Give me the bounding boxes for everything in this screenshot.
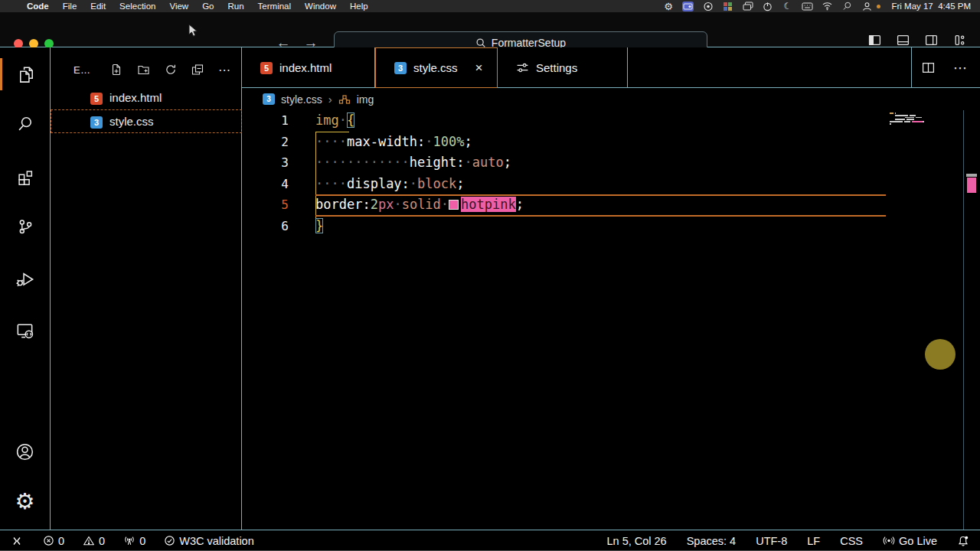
- code-line-6: }: [315, 216, 323, 237]
- status-encoding[interactable]: UTF-8: [756, 535, 787, 547]
- breadcrumb-file[interactable]: style.css: [281, 93, 322, 106]
- overview-ruler-border: [963, 110, 964, 530]
- code-editor[interactable]: 1img·{2····max-width:·100%;3············…: [242, 110, 980, 530]
- status-cursor-position[interactable]: Ln 5, Col 26: [606, 535, 666, 547]
- html-badge: 5: [90, 91, 103, 105]
- file-item-index-html[interactable]: 5index.html: [51, 86, 242, 109]
- split-editor-icon[interactable]: [922, 61, 935, 74]
- status-indentation[interactable]: Spaces: 4: [687, 535, 737, 547]
- activity-settings[interactable]: ⚙: [0, 485, 50, 517]
- breadcrumb-symbol[interactable]: img: [357, 93, 374, 106]
- new-folder-icon[interactable]: [137, 64, 150, 76]
- minimap-token: [923, 121, 924, 122]
- minimap-token: [905, 117, 913, 119]
- activity-source-control[interactable]: [0, 210, 50, 243]
- code-line-3: ············height:·auto;: [315, 152, 511, 174]
- activity-extensions[interactable]: [0, 161, 50, 193]
- user-icon[interactable]: [861, 2, 873, 11]
- menu-item-window[interactable]: Window: [298, 2, 343, 11]
- css-badge: 3: [90, 115, 103, 129]
- line-number: 3: [242, 152, 289, 174]
- activity-run-debug[interactable]: [0, 262, 50, 295]
- menu-item-file[interactable]: File: [56, 2, 84, 11]
- warning-icon: [83, 535, 95, 546]
- menu-item-run[interactable]: Run: [220, 2, 250, 11]
- activity-account[interactable]: [0, 435, 50, 468]
- status-notifications[interactable]: [957, 535, 969, 547]
- moon-icon[interactable]: ☾: [782, 2, 793, 11]
- toggle-panel-icon[interactable]: [897, 34, 910, 47]
- menu-item-view[interactable]: View: [162, 2, 195, 11]
- toggle-secondary-sidebar-icon[interactable]: [925, 34, 938, 47]
- minimap[interactable]: [890, 112, 959, 131]
- token-prop: max-width: [347, 134, 417, 149]
- status-warnings[interactable]: 0: [83, 535, 105, 547]
- tab-settings[interactable]: Settings: [498, 47, 628, 88]
- bell-icon: [957, 535, 969, 547]
- token-tag: img: [315, 112, 339, 128]
- activity-explorer[interactable]: [0, 58, 50, 90]
- refresh-icon[interactable]: [165, 64, 177, 76]
- tab-actions-separator: [911, 47, 912, 87]
- file-item-style-css[interactable]: 3style.css: [51, 109, 242, 133]
- wifi-icon[interactable]: [822, 2, 833, 11]
- keyboard-icon[interactable]: [802, 2, 813, 11]
- toggle-sidebar-icon[interactable]: [868, 34, 881, 47]
- check-icon: [164, 535, 175, 546]
- status-label: Spaces: 4: [687, 535, 737, 547]
- status-w3c-validation[interactable]: W3C validation: [164, 535, 254, 547]
- power-icon[interactable]: [762, 2, 773, 11]
- status-go-live[interactable]: Go Live: [883, 535, 937, 547]
- activity-live-preview[interactable]: [0, 314, 50, 346]
- menu-item-terminal[interactable]: Terminal: [251, 2, 298, 11]
- menu-item-selection[interactable]: Selection: [113, 2, 162, 11]
- line-number: 4: [242, 174, 289, 195]
- token-punct: ;: [516, 197, 524, 212]
- status-label: 0: [58, 535, 64, 547]
- code-line-2: ····max-width:·100%;: [315, 132, 472, 153]
- tab-style-css[interactable]: 3style.css×: [375, 47, 498, 88]
- layout-controls: [868, 34, 966, 47]
- menu-clock[interactable]: Fri May 17 4:45 PM: [891, 2, 971, 11]
- token-punct: :: [402, 176, 410, 191]
- token-ws: ····: [315, 176, 347, 191]
- new-file-icon[interactable]: [110, 64, 122, 76]
- minimap-token: [906, 119, 913, 120]
- status-eol[interactable]: LF: [807, 535, 820, 547]
- app-grid-icon[interactable]: [722, 2, 733, 11]
- menu-item-code[interactable]: Code: [20, 2, 56, 11]
- close-tab-icon[interactable]: ×: [475, 60, 483, 76]
- status-label: 0: [139, 535, 145, 547]
- screen-mirroring-icon[interactable]: [682, 2, 694, 11]
- css-selector-symbol-icon: [338, 93, 351, 106]
- customize-layout-icon[interactable]: [953, 34, 966, 47]
- more-icon[interactable]: ⋯: [218, 63, 231, 77]
- search-icon[interactable]: [841, 2, 853, 11]
- activity-search[interactable]: [0, 108, 50, 140]
- windows-icon[interactable]: [742, 2, 753, 11]
- screen-record-icon[interactable]: [702, 2, 714, 11]
- more-actions-icon[interactable]: ⋯: [953, 60, 968, 77]
- minimap-token: [904, 119, 906, 120]
- status-language-mode[interactable]: CSS: [840, 535, 863, 547]
- menu-item-help[interactable]: Help: [343, 2, 375, 11]
- menu-item-edit[interactable]: Edit: [83, 2, 113, 11]
- gear-icon[interactable]: ⚙: [662, 2, 674, 11]
- status-ports[interactable]: 0: [123, 535, 145, 547]
- broadcast-icon: [883, 535, 895, 546]
- collapse-all-icon[interactable]: [191, 64, 204, 76]
- status-errors[interactable]: 0: [43, 535, 64, 547]
- tab-label: index.html: [279, 61, 332, 74]
- color-swatch[interactable]: [449, 200, 459, 210]
- minimap-token: [890, 112, 893, 114]
- overview-ruler-selection-mark: [967, 178, 976, 193]
- minimap-token: [910, 115, 915, 116]
- status-remote[interactable]: [11, 535, 23, 547]
- css-badge: 3: [394, 62, 407, 74]
- menu-item-go[interactable]: Go: [195, 2, 220, 11]
- code-line-5: border:2px·solid·hotpink;: [315, 194, 524, 216]
- status-dot: [877, 5, 880, 8]
- tab-index-html[interactable]: 5index.html: [242, 47, 375, 88]
- minimap-token: [904, 121, 911, 122]
- line-number: 2: [242, 132, 289, 153]
